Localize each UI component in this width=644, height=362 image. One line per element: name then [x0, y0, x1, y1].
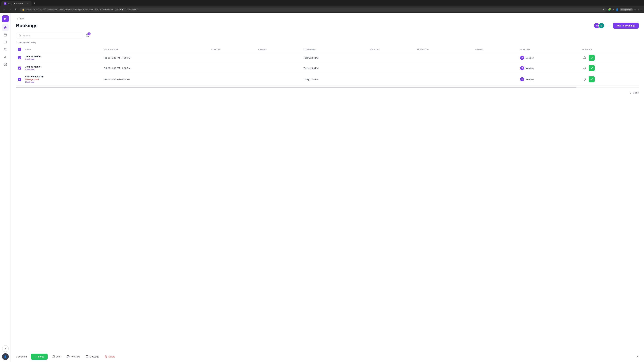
row1-moodjoy-avatar: M — [520, 56, 524, 60]
check-services-icon — [590, 78, 593, 81]
browser-actions: 🧩 ⬇ 👤 Incognito (2) ─ □ ✕ — [608, 8, 642, 11]
add-bookings-button[interactable]: Add to Bookings — [613, 23, 639, 29]
delete-button[interactable]: Delete — [104, 354, 116, 359]
row1-services-button[interactable] — [589, 55, 595, 61]
sidebar-item-calendar[interactable] — [2, 31, 9, 38]
row2-alert-button[interactable] — [582, 65, 587, 71]
new-tab-button[interactable]: + — [32, 1, 37, 6]
row1-checkbox-cell — [16, 53, 23, 63]
row1-alert-button[interactable] — [582, 55, 587, 60]
back-button[interactable]: Back — [16, 17, 639, 20]
tab-favicon: W — [4, 2, 6, 5]
horizontal-scrollbar[interactable] — [16, 87, 639, 88]
page-title: Bookings — [16, 23, 38, 28]
row2-services — [580, 63, 639, 73]
col-delayed: DELAYED — [368, 46, 415, 53]
search-icon — [18, 34, 21, 37]
row3-moodjoy-label: Moodjoy — [526, 78, 534, 81]
profile-icon[interactable]: 👤 — [616, 8, 618, 11]
row3-booking-time-text: Feb 19, 8:00 AM – 8:30 AM — [104, 78, 130, 81]
back-nav-button[interactable]: ← — [2, 7, 7, 12]
row1-moodjoy: M Moodjoy — [518, 53, 580, 63]
active-tab[interactable]: W Visits | Waitwhile ✕ — [1, 1, 32, 6]
url-text: new.waitwhile.com/visits?visitState=book… — [26, 8, 601, 11]
user-avatar[interactable]: 👤 — [2, 353, 9, 360]
users-icon — [4, 48, 7, 51]
table-container: NAME BOOKING TIME ALERTED ARRIVED CONFIR… — [16, 46, 639, 85]
row2-guest-name: Jemina Madie — [25, 65, 100, 68]
row3-services-button[interactable] — [589, 76, 595, 82]
browser-chrome: W Visits | Waitwhile ✕ + ← → ↻ 🔒 new.wai… — [0, 0, 644, 13]
settings-icon — [4, 63, 7, 66]
delete-label: Delete — [108, 355, 115, 358]
sidebar-item-chat[interactable] — [2, 39, 9, 45]
row2-confirmed: Today, 2:06 PM — [302, 63, 368, 73]
row3-checkbox-cell — [16, 73, 23, 85]
extensions-icon[interactable]: 🧩 — [608, 8, 611, 11]
col-name: NAME — [23, 46, 102, 53]
sidebar-item-settings[interactable] — [2, 61, 9, 68]
serve-label: Serve — [38, 355, 44, 358]
search-input[interactable] — [22, 34, 81, 37]
action-bar-close-button[interactable]: ✕ — [636, 355, 639, 359]
more-options-button[interactable]: ⋯ — [606, 23, 611, 28]
sidebar-item-home[interactable] — [2, 24, 9, 31]
row3-checkbox[interactable] — [18, 78, 21, 81]
row1-guest-name: Jemina Madie — [25, 55, 100, 58]
message-icon — [86, 355, 88, 358]
svg-line-10 — [20, 36, 21, 36]
sidebar: M ? 👤 — [0, 13, 11, 362]
app-wrapper: M ? 👤 Back — [0, 13, 644, 362]
message-button[interactable]: Message — [85, 354, 100, 359]
serve-check-icon — [34, 355, 37, 358]
pagination-text: 1 – 3 of 3 — [630, 91, 639, 94]
row3-status-confirmed: Confirmed — [25, 81, 100, 83]
sidebar-item-analytics[interactable] — [2, 54, 9, 60]
calendar-icon — [4, 33, 7, 36]
row3-alert-button[interactable] — [582, 77, 587, 82]
bookmark-icon: ★ — [602, 8, 604, 11]
table-row: Sam Hemsworth Message failed Confirmed F… — [16, 73, 639, 85]
row3-confirmed: Today, 2:54 PM — [302, 73, 368, 85]
sidebar-item-users[interactable] — [2, 46, 9, 53]
lock-icon: 🔒 — [22, 8, 24, 11]
row1-confirmed: Today, 2:04 PM — [302, 53, 368, 63]
row1-booking-time: Feb 13, 6:30 PM – 7:00 PM — [102, 53, 209, 63]
filter-badge-count: 2 — [88, 32, 90, 35]
close-window-button[interactable]: ✕ — [640, 8, 642, 11]
row2-booking-time: Feb 15, 1:30 PM – 3:30 PM — [102, 63, 209, 73]
row1-checkbox[interactable] — [18, 56, 21, 59]
row2-arrived — [256, 63, 302, 73]
reload-button[interactable]: ↻ — [14, 7, 18, 12]
alert-button[interactable]: Alert — [52, 354, 62, 359]
filter-button[interactable]: 2 — [86, 33, 90, 38]
row1-arrived — [256, 53, 302, 63]
row1-confirmed-time: Today, 2:04 PM — [304, 57, 318, 59]
row2-alerted — [209, 63, 256, 73]
row2-services-button[interactable] — [589, 65, 595, 71]
row2-moodjoy: M Moodjoy — [518, 63, 580, 73]
row2-expired — [474, 63, 518, 73]
page-header: Bookings M M ⋯ Add to Bookings — [16, 23, 639, 29]
pagination: 1 – 3 of 3 — [16, 89, 639, 96]
sidebar-item-help[interactable]: ? — [2, 345, 9, 352]
tab-close-button[interactable]: ✕ — [27, 2, 29, 5]
row1-expired — [474, 53, 518, 63]
row1-name-cell: Jemina Madie Confirmed — [23, 53, 102, 63]
row3-expired — [474, 73, 518, 85]
col-expired: EXPIRED — [474, 46, 518, 53]
col-services: SERVICES — [580, 46, 639, 53]
row2-moodjoy-cell: M Moodjoy — [520, 66, 578, 70]
col-moodjoy: MOODJOY — [518, 46, 580, 53]
row1-moodjoy-label: Moodjoy — [526, 57, 534, 59]
forward-nav-button[interactable]: → — [8, 7, 13, 12]
serve-button[interactable]: Serve — [31, 354, 48, 360]
row2-checkbox[interactable] — [18, 66, 21, 69]
no-show-button[interactable]: No Show — [66, 354, 81, 359]
maximize-button[interactable]: □ — [637, 8, 639, 11]
address-bar[interactable]: 🔒 new.waitwhile.com/visits?visitState=bo… — [20, 7, 607, 11]
download-icon[interactable]: ⬇ — [612, 8, 614, 11]
select-all-checkbox[interactable] — [18, 48, 21, 51]
minimize-button[interactable]: ─ — [634, 8, 636, 11]
help-icon: ? — [4, 347, 6, 350]
